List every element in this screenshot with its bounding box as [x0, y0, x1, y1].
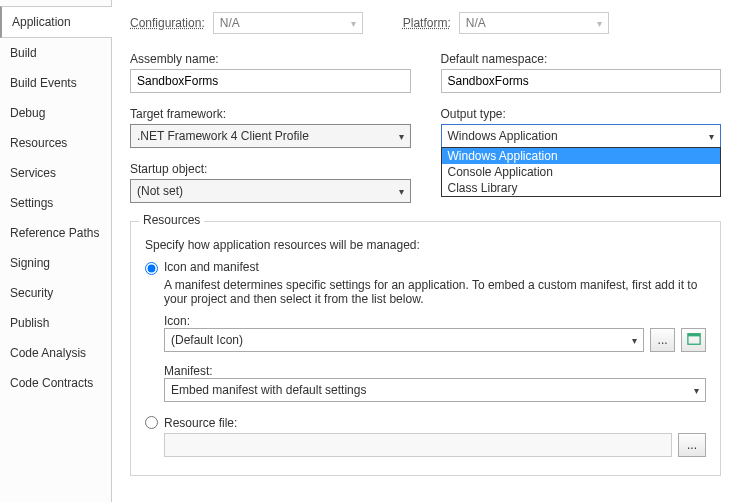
manifest-select[interactable]: Embed manifest with default settings: [164, 378, 706, 402]
sidebar-item-build-events[interactable]: Build Events: [0, 68, 111, 98]
sidebar-item-settings[interactable]: Settings: [0, 188, 111, 218]
output-type-option-windows-application[interactable]: Windows Application: [442, 148, 721, 164]
sidebar-item-services[interactable]: Services: [0, 158, 111, 188]
output-type-select[interactable]: Windows Application: [441, 124, 722, 148]
icon-label: Icon:: [164, 314, 190, 328]
sidebar-item-build[interactable]: Build: [0, 38, 111, 68]
sidebar-item-application[interactable]: Application: [0, 6, 111, 38]
icon-manifest-desc: A manifest determines specific settings …: [164, 278, 706, 306]
icon-select[interactable]: (Default Icon): [164, 328, 644, 352]
configuration-label: Configuration:: [130, 16, 205, 30]
resources-group: Resources Specify how application resour…: [130, 221, 721, 476]
resources-group-desc: Specify how application resources will b…: [145, 238, 706, 252]
sidebar-item-signing[interactable]: Signing: [0, 248, 111, 278]
platform-label: Platform:: [403, 16, 451, 30]
assembly-name-input[interactable]: [130, 69, 411, 93]
sidebar-item-publish[interactable]: Publish: [0, 308, 111, 338]
platform-select: N/A: [459, 12, 609, 34]
default-namespace-label: Default namespace:: [441, 52, 722, 66]
startup-object-select[interactable]: (Not set): [130, 179, 411, 203]
output-type-dropdown: Windows Application Console Application …: [441, 147, 722, 197]
window-icon: [687, 332, 701, 349]
sidebar: Application Build Build Events Debug Res…: [0, 0, 112, 502]
sidebar-item-resources[interactable]: Resources: [0, 128, 111, 158]
output-type-label: Output type:: [441, 107, 722, 121]
startup-object-label: Startup object:: [130, 162, 411, 176]
sidebar-item-security[interactable]: Security: [0, 278, 111, 308]
svg-rect-1: [687, 333, 699, 336]
icon-preview-button[interactable]: [681, 328, 706, 352]
content-panel: Configuration: N/A Platform: N/A Assembl…: [112, 0, 739, 502]
default-namespace-input[interactable]: [441, 69, 722, 93]
resource-file-input: [164, 433, 672, 457]
output-type-option-class-library[interactable]: Class Library: [442, 180, 721, 196]
target-framework-select[interactable]: .NET Framework 4 Client Profile: [130, 124, 411, 148]
assembly-name-label: Assembly name:: [130, 52, 411, 66]
sidebar-item-code-contracts[interactable]: Code Contracts: [0, 368, 111, 398]
resource-file-radio[interactable]: [145, 416, 158, 429]
icon-manifest-label: Icon and manifest: [164, 260, 706, 274]
icon-browse-button[interactable]: ...: [650, 328, 675, 352]
sidebar-item-debug[interactable]: Debug: [0, 98, 111, 128]
resources-group-title: Resources: [139, 213, 204, 227]
resource-file-browse-button[interactable]: ...: [678, 433, 706, 457]
output-type-option-console-application[interactable]: Console Application: [442, 164, 721, 180]
manifest-label: Manifest:: [164, 364, 213, 378]
sidebar-item-code-analysis[interactable]: Code Analysis: [0, 338, 111, 368]
icon-manifest-radio[interactable]: [145, 262, 158, 275]
target-framework-label: Target framework:: [130, 107, 411, 121]
sidebar-item-reference-paths[interactable]: Reference Paths: [0, 218, 111, 248]
resource-file-label: Resource file:: [164, 416, 706, 430]
configuration-select: N/A: [213, 12, 363, 34]
